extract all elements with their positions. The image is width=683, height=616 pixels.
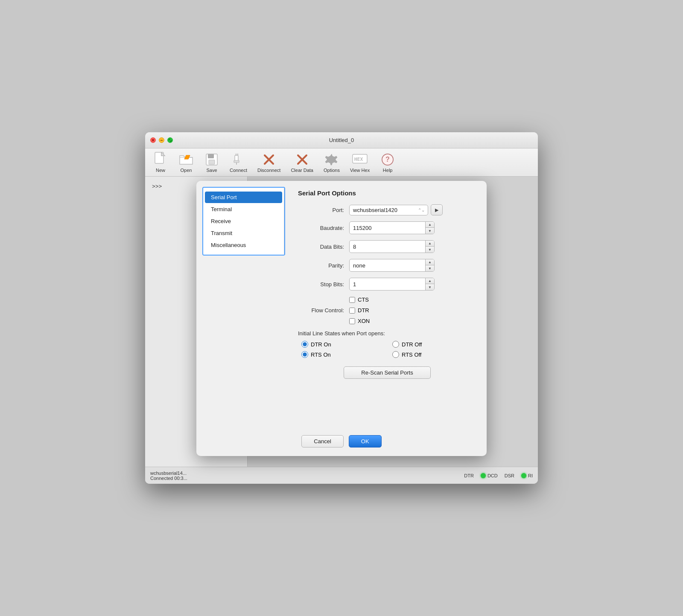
serial-port-dialog: Serial Port Terminal Receive Transmit Mi… (196, 181, 487, 456)
clear-data-button[interactable]: Clear Data (286, 150, 318, 174)
databits-up-btn[interactable]: ▲ (426, 241, 434, 247)
options-gear-icon (324, 152, 339, 167)
status-right: DTR DCD DSR RI (464, 473, 533, 478)
baudrate-down-btn[interactable]: ▼ (426, 228, 434, 234)
maximize-button[interactable] (167, 137, 173, 143)
rts-off-radio[interactable] (392, 351, 399, 358)
sidebar-outer: Serial Port Terminal Receive Transmit Mi… (196, 181, 288, 428)
connect-plug-icon (231, 152, 246, 167)
connect-label: Connect (230, 168, 247, 173)
cts-checkbox-row[interactable]: CTS (349, 296, 370, 303)
parity-stepper-btns: ▲ ▼ (425, 259, 434, 271)
stopbits-up-btn[interactable]: ▲ (426, 278, 434, 284)
dialog-overlay: Serial Port Terminal Receive Transmit Mi… (145, 177, 538, 467)
help-label: Help (383, 168, 393, 173)
parity-row: Parity: none odd even mark space (298, 259, 476, 272)
dtr-on-radio[interactable] (301, 341, 308, 348)
flowcontrol-label: Flow Control: (298, 307, 349, 314)
databits-row: Data Bits: 8 5 6 7 (298, 240, 476, 253)
clear-x-icon (295, 152, 310, 167)
flowcontrol-control: CTS DTR XON (349, 296, 476, 324)
baudrate-stepper-btns: ▲ ▼ (425, 222, 434, 234)
databits-control: 8 5 6 7 ▲ ▼ (349, 240, 476, 253)
open-folder-icon (178, 152, 194, 167)
databits-label: Data Bits: (298, 244, 349, 250)
save-button[interactable]: Save (200, 150, 224, 174)
dtr-off-radio[interactable] (392, 341, 399, 348)
close-button[interactable] (150, 137, 156, 143)
svg-text:?: ? (385, 156, 390, 163)
window-title: Untitled_0 (329, 137, 354, 143)
dsr-indicator-label: DSR (505, 473, 514, 478)
rts-on-radio[interactable] (301, 351, 308, 358)
sidebar-item-terminal[interactable]: Terminal (205, 203, 282, 215)
stopbits-stepper: 1 1.5 2 ▲ ▼ (349, 278, 435, 291)
sidebar-container: Serial Port Terminal Receive Transmit Mi… (202, 187, 285, 256)
cts-checkbox[interactable] (349, 297, 355, 303)
disconnect-x-icon (261, 152, 277, 167)
parity-down-btn[interactable]: ▼ (426, 265, 434, 271)
baudrate-select[interactable]: 115200 9600 19200 38400 57600 230400 (350, 223, 425, 233)
open-button[interactable]: Open (174, 150, 198, 174)
ok-button[interactable]: OK (349, 435, 382, 447)
dtr-off-radio-row[interactable]: DTR Off (392, 341, 476, 348)
initial-line-states-title: Initial Line States when Port opens: (298, 330, 476, 337)
save-label: Save (206, 168, 217, 173)
svg-text:HEX: HEX (354, 156, 363, 162)
parity-select[interactable]: none odd even mark space (350, 261, 425, 270)
sidebar-item-miscellaneous[interactable]: Miscellaneous (205, 239, 282, 251)
flowcontrol-checkboxes: CTS DTR XON (349, 296, 370, 324)
port-row: Port: wchusbserial1420 tty.usbmodem1 cu.… (298, 204, 476, 215)
baudrate-row: Baudrate: 115200 9600 19200 38400 57600 (298, 221, 476, 234)
options-button[interactable]: Options (319, 150, 344, 174)
new-doc-icon (153, 152, 168, 167)
port-select[interactable]: wchusbserial1420 tty.usbmodem1 cu.usbmod… (349, 205, 428, 215)
titlebar: Untitled_0 (145, 132, 538, 148)
dialog-sidebar: Serial Port Terminal Receive Transmit Mi… (203, 188, 284, 255)
dtr-checkbox[interactable] (349, 308, 355, 314)
port-label: Port: (298, 207, 349, 213)
dtr-label: DTR (358, 307, 369, 314)
initial-line-states-section: Initial Line States when Port opens: DTR… (298, 330, 476, 358)
rts-off-radio-row[interactable]: RTS Off (392, 351, 476, 358)
rescan-button[interactable]: Re-Scan Serial Ports (344, 366, 430, 379)
stopbits-down-btn[interactable]: ▼ (426, 284, 434, 290)
parity-up-btn[interactable]: ▲ (426, 259, 434, 265)
traffic-lights (150, 137, 173, 143)
help-button[interactable]: ? Help (376, 150, 400, 174)
dtr-indicator-label: DTR (464, 473, 474, 478)
flowcontrol-row: Flow Control: CTS DTR (298, 296, 476, 324)
new-button[interactable]: New (149, 150, 172, 174)
svg-rect-8 (209, 160, 215, 164)
port-arrow-button[interactable]: ▶ (431, 204, 443, 215)
dtr-checkbox-row[interactable]: DTR (349, 307, 370, 314)
minimize-button[interactable] (159, 137, 164, 143)
xon-checkbox[interactable] (349, 318, 355, 324)
view-hex-button[interactable]: HEX View Hex (346, 150, 374, 174)
connect-button[interactable]: Connect (225, 150, 251, 174)
baudrate-up-btn[interactable]: ▲ (426, 222, 434, 228)
stopbits-row: Stop Bits: 1 1.5 2 ▲ (298, 278, 476, 291)
stopbits-control: 1 1.5 2 ▲ ▼ (349, 278, 476, 291)
databits-down-btn[interactable]: ▼ (426, 247, 434, 253)
stopbits-stepper-btns: ▲ ▼ (425, 278, 434, 290)
dsr-indicator: DSR (505, 473, 514, 478)
baudrate-label: Baudrate: (298, 225, 349, 231)
xon-checkbox-row[interactable]: XON (349, 318, 370, 324)
rts-on-radio-row[interactable]: RTS On (301, 351, 385, 358)
stopbits-select[interactable]: 1 1.5 2 (350, 279, 425, 289)
cancel-button[interactable]: Cancel (301, 435, 343, 447)
options-title: Serial Port Options (298, 189, 476, 197)
sidebar-item-receive[interactable]: Receive (205, 215, 282, 227)
open-label: Open (181, 168, 192, 173)
disconnect-button[interactable]: Disconnect (253, 150, 285, 174)
databits-select[interactable]: 8 5 6 7 (350, 242, 425, 252)
toolbar: New Open Save (145, 148, 538, 177)
dtr-on-radio-row[interactable]: DTR On (301, 341, 385, 348)
initial-line-states-grid: DTR On DTR Off RTS On (298, 341, 476, 358)
dcd-indicator-label: DCD (487, 473, 498, 478)
options-label: Options (324, 168, 340, 173)
sidebar-item-serial-port[interactable]: Serial Port (205, 192, 282, 203)
sidebar-item-transmit[interactable]: Transmit (205, 227, 282, 239)
dtr-on-label: DTR On (311, 341, 331, 348)
